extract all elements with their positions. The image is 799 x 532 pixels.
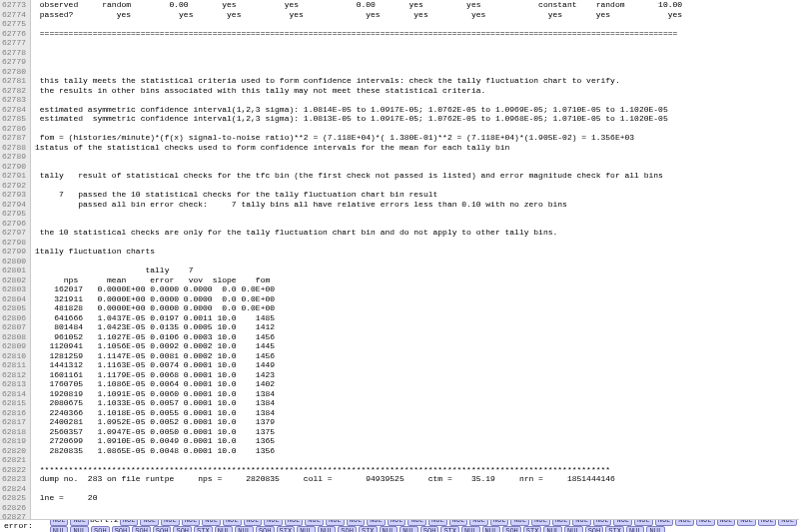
control-char-tag: NUL [778,519,797,526]
line-number: 62810 [2,351,26,361]
code-line: 1920819 1.1091E-05 0.0060 0.0001 10.0 13… [35,389,799,399]
code-line: 1status of the statistical checks used t… [35,143,799,153]
code-line: 481828 0.0000E+00 0.0000 0.0000 0.0 0.0E… [35,303,799,313]
control-char-tag: NUL [449,519,468,526]
line-number: 62774 [2,10,26,20]
code-line [35,209,799,219]
code-line: 1120941 1.1056E-05 0.0092 0.0002 10.0 14… [35,341,799,351]
line-number: 62773 [2,0,26,10]
line-number: 62801 [2,266,26,275]
code-line [35,455,799,465]
control-char-tag: NUL [490,519,509,526]
line-number: 62776 [2,29,26,39]
code-line: 2240366 1.1018E-05 0.0055 0.0001 10.0 13… [35,408,799,418]
control-char-tag: SOH [153,526,172,532]
control-char-tag: STX [194,526,213,532]
line-number: 62780 [2,67,26,77]
control-char-tag: NUL [696,519,715,526]
control-char-tag: NUL [235,526,254,532]
control-char-tag: NUL [646,526,665,532]
control-char-tag: STX [605,526,624,532]
control-char-tag: STX [359,526,378,532]
line-number: 62794 [2,200,26,210]
control-char-tag: NUL [634,519,653,526]
code-line: 1760705 1.1086E-05 0.0064 0.0001 10.0 14… [35,379,799,389]
line-number: 62817 [2,417,26,427]
control-char-tag: NUL [564,526,583,532]
control-char-tag: NUL [161,519,180,526]
control-char-tag: NUL [70,519,89,526]
editor-pane: 6277362774627756277662777627786277962780… [0,0,799,532]
control-char-tag: SOH [132,526,151,532]
control-char-tag: STX [523,526,542,532]
line-number: 62820 [2,446,26,456]
code-line [35,152,799,162]
control-char-tag: NUL [482,526,501,532]
control-char-tag: SOH [256,526,275,532]
code-line: 7 passed the 10 statistical checks for t… [35,190,799,200]
code-line [35,503,799,513]
control-char-tag: NUL [407,519,426,526]
status-control-chars: NULNULbert.2NULNULNULNULNULNULNULNULNULN… [49,519,799,532]
code-line: 801484 1.0423E-05 0.0135 0.0005 10.0 141… [35,322,799,332]
line-number: 62793 [2,190,26,200]
line-number: 62818 [2,427,26,437]
code-line [35,19,799,29]
control-char-tag: NUL [737,519,756,526]
status-filename: bert.2 [90,519,119,524]
code-line: 641666 1.0437E-05 0.0197 0.0011 10.0 148… [35,313,799,323]
status-bar: LCS error: bert.3 NULNULbert.2NULNULNULN… [0,519,799,532]
control-char-tag: NUL [285,519,304,526]
code-line: ****************************************… [35,465,799,475]
control-char-tag: STX [440,526,459,532]
code-area[interactable]: observed random 0.00 yes yes 0.00 yes ye… [31,0,799,532]
control-char-tag: NUL [758,519,777,526]
code-line: 2820835 1.0865E-05 0.0048 0.0001 10.0 13… [35,446,799,456]
line-number: 62819 [2,436,26,446]
line-number: 62785 [2,114,26,124]
line-number: 62800 [2,257,26,266]
line-number: 62816 [2,408,26,418]
code-line: ========================================… [35,29,799,39]
control-char-tag: NUL [531,519,550,526]
control-char-tag: NUL [182,519,201,526]
control-char-tag: NUL [297,526,316,532]
code-line [35,48,799,58]
control-char-tag: NUL [593,519,612,526]
control-char-tag: NUL [202,519,221,526]
line-number: 62789 [2,152,26,162]
control-char-tag: NUL [510,519,529,526]
code-line [35,238,799,248]
line-number: 62781 [2,76,26,86]
code-line: tally result of statistical checks for t… [35,171,799,181]
line-number: 62775 [2,19,26,29]
code-line: observed random 0.00 yes yes 0.00 yes ye… [35,0,799,10]
line-number: 62803 [2,284,26,294]
code-line: 2400281 1.0952E-05 0.0052 0.0001 10.0 13… [35,417,799,427]
line-number: 62777 [2,38,26,48]
control-char-tag: NUL [347,519,366,526]
control-char-tag: NUL [223,519,242,526]
code-line: 2080675 1.1033E-05 0.0057 0.0001 10.0 13… [35,398,799,408]
code-line: passed? yes yes yes yes yes yes yes yes … [35,10,799,20]
line-number: 62782 [2,86,26,96]
control-char-tag: NUL [326,519,345,526]
code-line: dump no. 283 on file runtpe nps = 282083… [35,474,799,484]
control-char-tag: NUL [428,519,447,526]
line-number: 62792 [2,181,26,191]
code-line: 1tally fluctuation charts [35,247,799,257]
line-number: 62821 [2,455,26,465]
line-number: 62795 [2,209,26,219]
control-char-tag: NUL [380,526,399,532]
code-line: this tally meets the statistical criteri… [35,76,799,86]
control-char-tag: NUL [244,519,263,526]
line-number: 62826 [2,503,26,513]
code-line: the results in other bins associated wit… [35,86,799,96]
control-char-tag: STX [277,526,296,532]
line-number: 62807 [2,322,26,332]
control-char-tag: SOH [585,526,604,532]
line-number: 62796 [2,219,26,229]
control-char-tag: NUL [305,519,324,526]
control-char-tag: NUL [572,519,591,526]
control-char-tag: NUL [70,526,89,532]
